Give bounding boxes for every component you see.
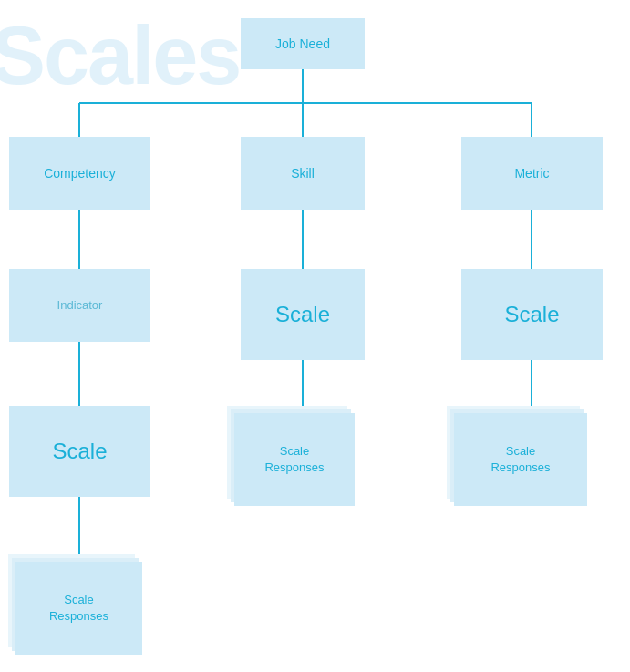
scale-skill-box: Scale bbox=[241, 269, 365, 360]
diagram-container: Scales Job Need Competency bbox=[0, 0, 630, 672]
competency-responses-stack: ScaleResponses bbox=[8, 554, 150, 662]
skill-box: Skill bbox=[241, 137, 365, 210]
scale-metric-label: Scale bbox=[504, 300, 559, 328]
skill-label: Skill bbox=[291, 165, 315, 181]
watermark-text: Scales bbox=[0, 9, 240, 103]
metric-label: Metric bbox=[514, 165, 549, 181]
metric-responses-stack: ScaleResponses bbox=[447, 406, 594, 513]
indicator-label: Indicator bbox=[57, 298, 103, 314]
competency-label: Competency bbox=[44, 165, 116, 181]
metric-responses-label: ScaleResponses bbox=[491, 443, 550, 476]
competency-responses-label: ScaleResponses bbox=[49, 592, 108, 625]
skill-responses-stack: ScaleResponses bbox=[227, 406, 362, 513]
competency-box: Competency bbox=[9, 137, 150, 210]
job-need-label: Job Need bbox=[275, 36, 330, 52]
scale-competency-box: Scale bbox=[9, 406, 150, 497]
job-need-box: Job Need bbox=[241, 18, 365, 69]
skill-responses-label: ScaleResponses bbox=[264, 443, 324, 476]
scale-skill-label: Scale bbox=[275, 300, 330, 328]
metric-box: Metric bbox=[461, 137, 603, 210]
indicator-box: Indicator bbox=[9, 269, 150, 342]
scale-competency-label: Scale bbox=[52, 437, 107, 465]
scale-metric-box: Scale bbox=[461, 269, 603, 360]
